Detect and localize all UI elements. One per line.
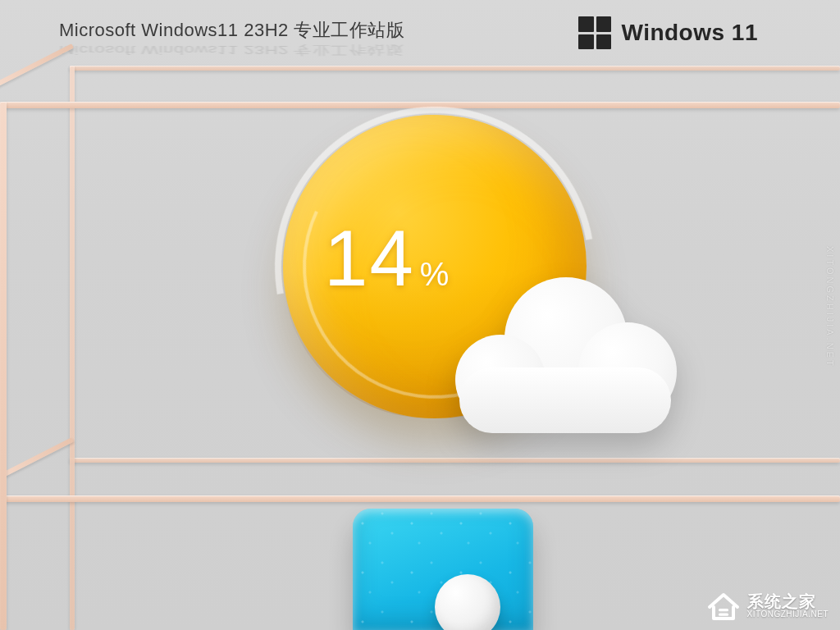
windows-logo-text: Windows 11 bbox=[621, 20, 758, 46]
frame-bar bbox=[70, 458, 840, 463]
frame-bar bbox=[70, 66, 75, 630]
frame-bar bbox=[0, 495, 840, 502]
svg-rect-0 bbox=[719, 609, 728, 611]
windows-logo: Windows 11 bbox=[578, 16, 758, 49]
frame-bar bbox=[0, 437, 74, 481]
site-watermark: 系统之家 XITONGZHIJIA.NET bbox=[706, 591, 829, 622]
windows-logo-icon bbox=[578, 16, 611, 49]
svg-rect-1 bbox=[719, 614, 728, 616]
product-title: Microsoft Windows11 23H2 专业工作站版 bbox=[59, 18, 404, 43]
watermark-name: 系统之家 bbox=[747, 593, 829, 610]
frame-bar bbox=[0, 43, 74, 87]
house-icon bbox=[706, 591, 741, 622]
promo-canvas: Microsoft Windows11 23H2 专业工作站版 Microsof… bbox=[0, 0, 840, 630]
frame-bar bbox=[0, 102, 7, 630]
progress-value: 14 bbox=[324, 213, 415, 304]
product-title-reflection: Microsoft Windows11 23H2 专业工作站版 bbox=[59, 42, 404, 59]
watermark-url: XITONGZHIJIA.NET bbox=[747, 610, 829, 619]
progress-unit: % bbox=[420, 256, 450, 304]
side-watermark: XITONGZHIJIA.NET bbox=[825, 246, 835, 368]
cloud-icon bbox=[459, 302, 673, 433]
progress-label: 14 % bbox=[324, 213, 449, 304]
frame-bar bbox=[70, 66, 840, 71]
